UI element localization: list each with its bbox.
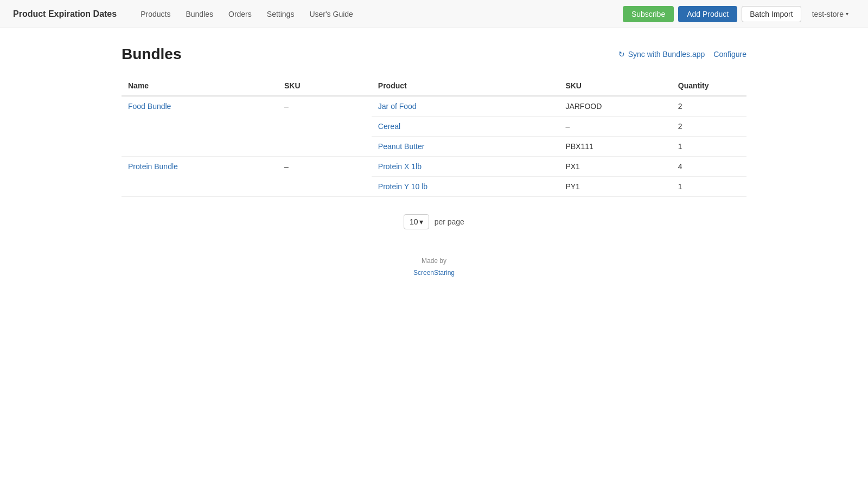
product-name-link[interactable]: Cereal [378,122,400,131]
chevron-down-icon: ▾ [419,217,423,226]
add-product-button[interactable]: Add Product [678,6,737,22]
col-quantity: Quantity [672,76,746,96]
footer: Made by ScreenStaring [122,255,746,279]
quantity-cell: 2 [672,117,746,137]
bundle-name-cell: Food Bundle [122,96,278,157]
table-header: Name SKU Product SKU Quantity [122,76,746,96]
configure-link[interactable]: Configure [713,50,746,59]
nav-settings[interactable]: Settings [260,7,301,22]
table-row: Food Bundle–Jar of FoodJARFOOD2 [122,96,746,117]
nav-users-guide[interactable]: User's Guide [303,7,359,22]
product-sku-cell: – [559,117,671,137]
col-product: Product [372,76,559,96]
app-title: Product Expiration Dates [13,9,117,19]
quantity-cell: 2 [672,96,746,117]
product-name-cell: Cereal [372,117,559,137]
store-name: test-store [812,10,844,18]
header-actions: Subscribe Add Product Batch Import test-… [623,6,855,22]
header: Product Expiration Dates Products Bundle… [0,0,868,28]
table-row: Protein Bundle–Protein X 1lbPX14 [122,157,746,177]
nav-products[interactable]: Products [134,7,177,22]
bundle-name-link[interactable]: Food Bundle [128,102,171,111]
main-nav: Products Bundles Orders Settings User's … [134,7,623,22]
product-name-cell: Protein Y 10 lb [372,177,559,197]
table-body: Food Bundle–Jar of FoodJARFOOD2Cereal–2P… [122,96,746,197]
per-page-select[interactable]: 10 ▾ [404,214,429,229]
subscribe-button[interactable]: Subscribe [623,6,674,22]
store-selector[interactable]: test-store ▾ [806,7,855,22]
per-page-label: per page [435,217,464,226]
company-link[interactable]: ScreenStaring [413,269,455,277]
bundle-name-link[interactable]: Protein Bundle [128,162,178,171]
product-name-link[interactable]: Protein Y 10 lb [378,182,427,191]
pagination: 10 ▾ per page [122,214,746,229]
col-name: Name [122,76,278,96]
per-page-value: 10 [410,217,418,226]
quantity-cell: 1 [672,177,746,197]
sync-label: Sync with Bundles.app [628,50,705,59]
col-product-sku: SKU [559,76,671,96]
bundle-sku-cell: – [278,157,372,197]
main-content: Bundles ↻ Sync with Bundles.app Configur… [108,28,760,296]
col-sku: SKU [278,76,372,96]
bundles-table: Name SKU Product SKU Quantity Food Bundl… [122,76,746,197]
nav-bundles[interactable]: Bundles [179,7,220,22]
product-name-link[interactable]: Jar of Food [378,102,417,111]
page-title: Bundles [122,46,181,63]
product-name-cell: Protein X 1lb [372,157,559,177]
product-name-link[interactable]: Peanut Butter [378,142,425,151]
sync-button[interactable]: ↻ Sync with Bundles.app [618,50,705,59]
product-name-cell: Peanut Butter [372,137,559,157]
made-by-text: Made by [122,255,746,267]
chevron-down-icon: ▾ [846,11,848,17]
page-header: Bundles ↻ Sync with Bundles.app Configur… [122,46,746,63]
page-header-actions: ↻ Sync with Bundles.app Configure [618,50,746,59]
product-sku-cell: JARFOOD [559,96,671,117]
batch-import-button[interactable]: Batch Import [742,6,801,22]
product-sku-cell: PX1 [559,157,671,177]
sync-icon: ↻ [618,50,625,59]
quantity-cell: 4 [672,157,746,177]
product-sku-cell: PY1 [559,177,671,197]
product-name-cell: Jar of Food [372,96,559,117]
quantity-cell: 1 [672,137,746,157]
bundle-sku-cell: – [278,96,372,157]
bundle-name-cell: Protein Bundle [122,157,278,197]
product-name-link[interactable]: Protein X 1lb [378,162,422,171]
product-sku-cell: PBX111 [559,137,671,157]
nav-orders[interactable]: Orders [222,7,258,22]
